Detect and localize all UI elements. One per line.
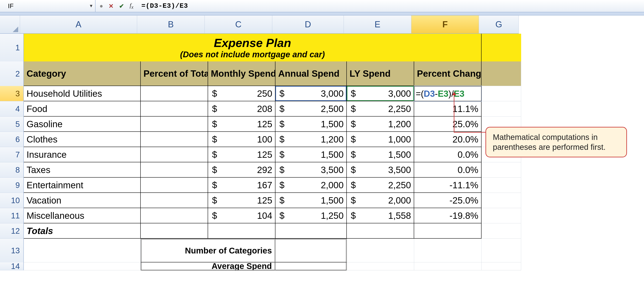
- row-header-12[interactable]: 12: [0, 223, 24, 238]
- cell-F12[interactable]: [414, 223, 482, 238]
- cell-G13[interactable]: [482, 238, 521, 262]
- row-header-9[interactable]: 9: [0, 178, 24, 193]
- row-header-7[interactable]: 7: [0, 147, 24, 162]
- row-header-11[interactable]: 11: [0, 208, 24, 223]
- cell-C6[interactable]: $100: [208, 132, 276, 147]
- cell-G8[interactable]: [482, 162, 521, 178]
- select-all-corner[interactable]: [0, 16, 20, 34]
- cell-F2[interactable]: Percent Change: [414, 62, 482, 86]
- row-header-6[interactable]: 6: [0, 132, 24, 147]
- cell-A10[interactable]: Vacation: [24, 193, 141, 208]
- cell-G2[interactable]: [482, 62, 521, 86]
- col-header-B[interactable]: B: [137, 16, 205, 34]
- cell-C11[interactable]: $104: [208, 208, 276, 223]
- sheet-grid[interactable]: 1 Expense Plan (Does not include mortgag…: [0, 34, 644, 270]
- cell-F11[interactable]: -19.8%: [414, 208, 482, 223]
- col-header-A[interactable]: A: [20, 16, 137, 34]
- cell-E7[interactable]: $1,500: [347, 147, 414, 162]
- cell-G11[interactable]: [482, 208, 521, 223]
- col-header-D[interactable]: D: [272, 16, 344, 34]
- row-header-10[interactable]: 10: [0, 193, 24, 208]
- cell-A14[interactable]: [24, 262, 141, 270]
- cell-C8[interactable]: $292: [208, 162, 276, 178]
- cell-D9[interactable]: $2,000: [276, 178, 347, 193]
- name-box[interactable]: IF: [0, 2, 87, 10]
- cell-E9[interactable]: $2,250: [347, 178, 414, 193]
- cell-BC13[interactable]: Number of Categories: [141, 238, 276, 262]
- row-header-5[interactable]: 5: [0, 116, 24, 132]
- cell-D5[interactable]: $1,500: [276, 116, 347, 132]
- col-header-E[interactable]: E: [344, 16, 411, 34]
- cell-A8[interactable]: Taxes: [24, 162, 141, 178]
- cell-D3[interactable]: $3,000: [276, 86, 347, 101]
- cell-D7[interactable]: $1,500: [276, 147, 347, 162]
- row-header-1[interactable]: 1: [0, 34, 24, 62]
- cell-E2[interactable]: LY Spend: [347, 62, 414, 86]
- cell-C3[interactable]: $250: [208, 86, 276, 101]
- cell-G14[interactable]: [482, 262, 521, 270]
- cell-E6[interactable]: $1,000: [347, 132, 414, 147]
- cell-E3[interactable]: $3,000: [347, 86, 414, 101]
- cell-E10[interactable]: $2,000: [347, 193, 414, 208]
- cell-C2[interactable]: Monthly Spend: [208, 62, 276, 86]
- row-header-14[interactable]: 14: [0, 262, 24, 270]
- cell-A9[interactable]: Entertainment: [24, 178, 141, 193]
- cell-A7[interactable]: Insurance: [24, 147, 141, 162]
- row-header-8[interactable]: 8: [0, 162, 24, 178]
- cell-BC14[interactable]: Average Spend: [141, 262, 276, 270]
- cell-F5[interactable]: 25.0%: [414, 116, 482, 132]
- cell-E13[interactable]: [347, 238, 414, 262]
- cell-E5[interactable]: $1,200: [347, 116, 414, 132]
- cell-B2[interactable]: Percent of Total: [141, 62, 208, 86]
- cell-D4[interactable]: $2,500: [276, 101, 347, 116]
- cell-G4[interactable]: [482, 101, 521, 116]
- cell-E14[interactable]: [347, 262, 414, 270]
- cell-F14[interactable]: [414, 262, 482, 270]
- cell-G1[interactable]: [482, 34, 521, 62]
- cell-F6[interactable]: 20.0%: [414, 132, 482, 147]
- cell-D11[interactable]: $1,250: [276, 208, 347, 223]
- cell-C12[interactable]: [208, 223, 276, 238]
- name-box-dropdown-icon[interactable]: ▼: [87, 0, 95, 12]
- cell-G10[interactable]: [482, 193, 521, 208]
- cell-D2[interactable]: Annual Spend: [276, 62, 347, 86]
- cell-D12[interactable]: [276, 223, 347, 238]
- cell-A6[interactable]: Clothes: [24, 132, 141, 147]
- cell-B10[interactable]: [141, 193, 208, 208]
- col-header-F[interactable]: F: [411, 16, 479, 34]
- cell-A2[interactable]: Category: [24, 62, 141, 86]
- cell-D8[interactable]: $3,500: [276, 162, 347, 178]
- cell-A12[interactable]: Totals: [24, 223, 141, 238]
- cell-F8[interactable]: 0.0%: [414, 162, 482, 178]
- col-header-G[interactable]: G: [479, 16, 519, 34]
- cell-A11[interactable]: Miscellaneous: [24, 208, 141, 223]
- cell-C5[interactable]: $125: [208, 116, 276, 132]
- cell-D10[interactable]: $1,500: [276, 193, 347, 208]
- cell-D6[interactable]: $1,200: [276, 132, 347, 147]
- cell-B5[interactable]: [141, 116, 208, 132]
- enter-icon[interactable]: ✔: [119, 2, 124, 10]
- cell-C7[interactable]: $125: [208, 147, 276, 162]
- row-header-13[interactable]: 13: [0, 238, 24, 262]
- cell-F4[interactable]: 11.1%: [414, 101, 482, 116]
- cell-A4[interactable]: Food: [24, 101, 141, 116]
- cell-A5[interactable]: Gasoline: [24, 116, 141, 132]
- cell-F3[interactable]: =(D3-E3)/E3: [414, 86, 482, 101]
- row-header-2[interactable]: 2: [0, 62, 24, 86]
- cell-B3[interactable]: [141, 86, 208, 101]
- fx-icon[interactable]: fx: [130, 2, 133, 10]
- cell-F7[interactable]: 0.0%: [414, 147, 482, 162]
- cell-B9[interactable]: [141, 178, 208, 193]
- cell-B6[interactable]: [141, 132, 208, 147]
- cell-B12[interactable]: [141, 223, 208, 238]
- col-header-C[interactable]: C: [205, 16, 272, 34]
- row-header-4[interactable]: 4: [0, 101, 24, 116]
- cell-A3[interactable]: Household Utilities: [24, 86, 141, 101]
- cell-D13[interactable]: [276, 238, 347, 262]
- cell-D14[interactable]: [276, 262, 347, 270]
- cell-E4[interactable]: $2,250: [347, 101, 414, 116]
- cell-G9[interactable]: [482, 178, 521, 193]
- cell-C9[interactable]: $167: [208, 178, 276, 193]
- cell-F9[interactable]: -11.1%: [414, 178, 482, 193]
- row-header-3[interactable]: 3: [0, 86, 24, 101]
